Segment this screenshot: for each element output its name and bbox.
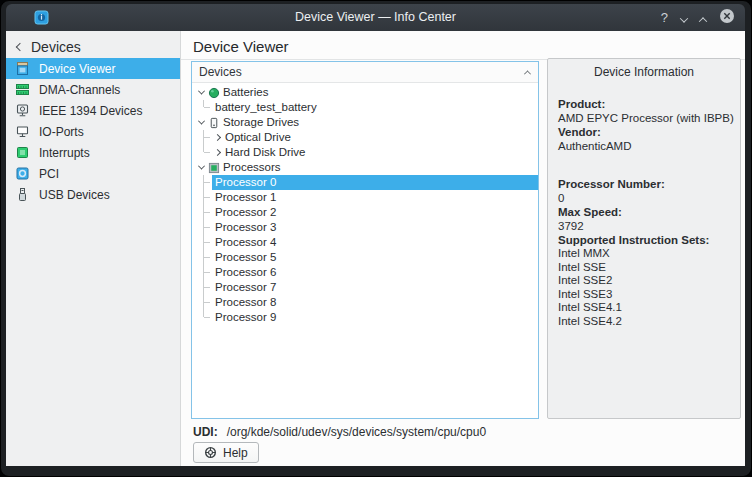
pci-icon <box>15 166 30 181</box>
sort-ascending-icon <box>524 70 531 77</box>
minimize-button[interactable] <box>681 9 687 27</box>
storage-drive-icon <box>208 117 220 129</box>
sidebar-item-label: IEEE 1394 Devices <box>39 104 142 118</box>
tree-item-processor-6[interactable]: Processor 6 <box>196 265 538 280</box>
device-information-panel: Device Information Product: AMD EPYC Pro… <box>547 58 741 419</box>
device-viewer-icon <box>15 61 30 76</box>
field-label-max-speed: Max Speed: <box>558 205 734 219</box>
sidebar-item-ieee-1394-devices[interactable]: IEEE 1394 Devices <box>6 100 180 121</box>
tree-item-label-selected: Processor 0 <box>212 175 538 190</box>
help-lifebuoy-icon <box>204 446 217 459</box>
titlebar-help-button[interactable]: ? <box>661 4 668 31</box>
expander[interactable] <box>212 135 222 140</box>
dma-channels-icon <box>15 82 30 97</box>
udi-value: /org/kde/solid/udev/sys/devices/system/c… <box>227 425 486 439</box>
tree-item-processor-2[interactable]: Processor 2 <box>196 205 538 220</box>
sidebar-item-label: IO-Ports <box>39 125 84 139</box>
usb-devices-icon <box>15 187 30 202</box>
battery-icon <box>208 87 220 99</box>
tree-item-label: Optical Drive <box>222 130 538 145</box>
tree-item-batteries[interactable]: Batteries <box>196 85 538 100</box>
tree-item-processor-0[interactable]: Processor 0 <box>196 175 538 190</box>
titlebar[interactable]: Device Viewer — Info Center ? <box>6 4 745 31</box>
field-value-vendor: AuthenticAMD <box>558 139 734 153</box>
tree-item-label: Processor 1 <box>212 190 538 205</box>
tree-branch-line <box>196 295 212 310</box>
field-value-max-speed: 3792 <box>558 219 734 233</box>
field-label-processor-number: Processor Number: <box>558 177 734 191</box>
sidebar-item-device-viewer[interactable]: Device Viewer <box>6 58 180 79</box>
instruction-set: Intel SSE4.1 <box>558 301 734 315</box>
field-spacer <box>558 153 734 177</box>
info-panel-title: Device Information <box>548 65 740 79</box>
expander[interactable] <box>196 120 207 125</box>
window-content: Devices Device Viewer <box>6 31 745 466</box>
interrupts-icon <box>15 145 30 160</box>
udi-label: UDI: <box>193 425 218 439</box>
expander[interactable] <box>212 150 222 155</box>
info-center-window: Device Viewer — Info Center ? Dev <box>0 0 752 477</box>
tree-item-processor-7[interactable]: Processor 7 <box>196 280 538 295</box>
expander[interactable] <box>196 90 207 95</box>
help-button-label: Help <box>223 446 248 460</box>
tree-item-label: Processor 3 <box>212 220 538 235</box>
tree-item-processor-1[interactable]: Processor 1 <box>196 190 538 205</box>
tree-item-label: Storage Drives <box>220 115 538 130</box>
tree-item-processor-8[interactable]: Processor 8 <box>196 295 538 310</box>
instruction-set: Intel SSE <box>558 261 734 275</box>
sidebar-item-label: PCI <box>39 167 59 181</box>
tree-item-processor-3[interactable]: Processor 3 <box>196 220 538 235</box>
tree-item-processor-4[interactable]: Processor 4 <box>196 235 538 250</box>
help-button[interactable]: Help <box>193 442 259 463</box>
window-controls: ? <box>661 4 735 31</box>
field-value-product: AMD EPYC Processor (with IBPB) <box>558 111 734 125</box>
tree-item-label: Processor 6 <box>212 265 538 280</box>
field-label-vendor: Vendor: <box>558 125 734 139</box>
tree-item-processor-9[interactable]: Processor 9 <box>196 310 538 325</box>
tree-item-storage-drives[interactable]: Storage Drives <box>196 115 538 130</box>
sidebar-item-interrupts[interactable]: Interrupts <box>6 142 180 163</box>
tree-item-label: Processors <box>220 160 538 175</box>
tree-item-label: battery_test_battery <box>212 100 538 115</box>
field-value-processor-number: 0 <box>558 191 734 205</box>
ieee-1394-icon <box>15 103 30 118</box>
tree-item-label: Processor 4 <box>212 235 538 250</box>
tree-item-processor-5[interactable]: Processor 5 <box>196 250 538 265</box>
tree-branch-line <box>196 205 212 220</box>
main-area: Device Viewer Devices <box>181 31 745 466</box>
collapse-arrow-icon <box>198 88 205 95</box>
back-button[interactable]: Devices <box>17 39 81 55</box>
close-button[interactable] <box>719 8 735 28</box>
expander[interactable] <box>196 165 207 170</box>
sidebar-item-usb-devices[interactable]: USB Devices <box>6 184 180 205</box>
tree-item-processors[interactable]: Processors <box>196 160 538 175</box>
tree-item-optical-drive[interactable]: Optical Drive <box>196 130 538 145</box>
minimize-icon <box>680 14 688 22</box>
instruction-set: Intel SSE3 <box>558 288 734 302</box>
tree-branch-line <box>196 190 212 205</box>
sidebar-item-dma-channels[interactable]: DMA-Channels <box>6 79 180 100</box>
maximize-button[interactable] <box>700 9 706 27</box>
tree-branch-line <box>196 280 212 295</box>
processor-icon <box>208 162 220 174</box>
sidebar-item-pci[interactable]: PCI <box>6 163 180 184</box>
info-fields: Product: AMD EPYC Processor (with IBPB) … <box>558 97 734 328</box>
sidebar-item-io-ports[interactable]: IO-Ports <box>6 121 180 142</box>
tree-branch-line <box>196 310 212 325</box>
window-title: Device Viewer — Info Center <box>6 4 745 31</box>
close-icon <box>719 8 735 24</box>
tree-item-battery-test-battery[interactable]: battery_test_battery <box>196 100 538 115</box>
instruction-set: Intel MMX <box>558 247 734 261</box>
tree-item-hard-disk-drive[interactable]: Hard Disk Drive <box>196 145 538 160</box>
sidebar-title: Devices <box>31 39 81 55</box>
collapse-arrow-icon <box>198 118 205 125</box>
tree-branch-line <box>196 175 212 190</box>
tree-item-label: Processor 8 <box>212 295 538 310</box>
sidebar-item-label: DMA-Channels <box>39 83 120 97</box>
tree-column-header[interactable]: Devices <box>192 62 538 83</box>
tree-item-label: Processor 9 <box>212 310 538 325</box>
udi-line: UDI:/org/kde/solid/udev/sys/devices/syst… <box>193 425 486 439</box>
tree-rows: Batteries battery_test_battery <box>192 83 538 325</box>
instruction-set: Intel SSE2 <box>558 274 734 288</box>
expand-arrow-icon <box>213 149 220 156</box>
